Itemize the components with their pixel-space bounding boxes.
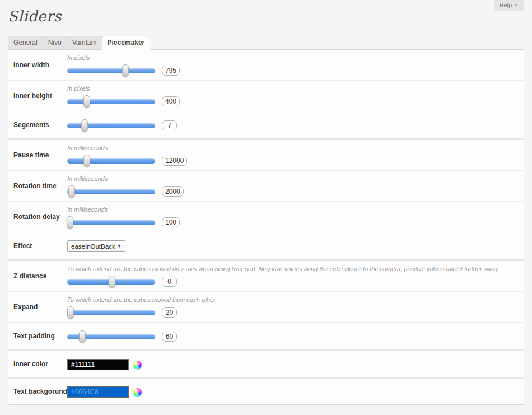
slider[interactable] xyxy=(67,276,155,288)
setting-label: Pause time xyxy=(8,140,67,170)
color-wheel-icon[interactable] xyxy=(133,388,142,397)
slider[interactable] xyxy=(67,95,155,108)
slider-handle[interactable] xyxy=(83,155,90,167)
slider-handle[interactable] xyxy=(67,216,73,229)
slider-value-input[interactable]: 60 xyxy=(162,332,177,342)
setting-description: In milliseconds xyxy=(67,144,517,151)
slider-value-input[interactable]: 7 xyxy=(162,120,177,130)
setting-row-inner-width: Inner width In pixels 795 xyxy=(8,50,524,80)
settings-panel: Inner width In pixels 795 Inner height I… xyxy=(8,49,524,405)
page: Sliders GeneralNivoVamtamPiecemaker Inne… xyxy=(0,0,532,415)
slider-handle[interactable] xyxy=(122,64,129,77)
chevron-down-icon: ▼ xyxy=(514,3,519,8)
setting-label: Inner width xyxy=(8,50,67,80)
slider-value-input[interactable]: 400 xyxy=(162,96,180,106)
slider-value-input[interactable]: 795 xyxy=(162,66,180,76)
setting-label: Rotation delay xyxy=(8,202,67,232)
setting-label: Z distance xyxy=(8,261,67,291)
setting-row-rotation-time: Rotation time In milliseconds 2000 xyxy=(8,170,524,201)
setting-row-expand: Expand To which extend are the cubes mov… xyxy=(8,291,524,322)
tab-general[interactable]: General xyxy=(8,36,43,49)
slider-value-input[interactable]: 12000 xyxy=(162,156,187,166)
setting-row-inner-color: Inner color xyxy=(8,349,524,377)
setting-description: In pixels xyxy=(67,85,517,92)
slider-value-input[interactable]: 100 xyxy=(162,217,180,227)
slider-handle[interactable] xyxy=(83,95,90,108)
setting-row-effect: Effect easeInOutBack ▼ xyxy=(8,232,524,259)
setting-row-rotation-delay: Rotation delay In milliseconds 100 xyxy=(8,201,524,232)
slider-handle[interactable] xyxy=(81,119,88,132)
slider-track[interactable] xyxy=(67,123,155,128)
setting-row-z-distance: Z distance To which extend are the cubes… xyxy=(8,259,524,291)
slider-handle[interactable] xyxy=(67,306,74,319)
setting-label: Inner color xyxy=(8,351,67,377)
tab-vamtam[interactable]: Vamtam xyxy=(67,36,102,49)
slider[interactable] xyxy=(67,185,155,198)
slider-track[interactable] xyxy=(67,68,155,73)
setting-label: Text padding xyxy=(8,323,67,349)
setting-description: In milliseconds xyxy=(67,175,517,182)
setting-label: Effect xyxy=(8,232,67,259)
setting-description: To which extend are the cubes moved from… xyxy=(67,296,517,303)
page-title: Sliders xyxy=(8,8,524,25)
slider-handle[interactable] xyxy=(79,330,86,343)
slider[interactable] xyxy=(67,216,155,229)
slider[interactable] xyxy=(67,155,155,167)
slider-track[interactable] xyxy=(67,310,155,315)
effect-select[interactable]: easeInOutBack ▼ xyxy=(67,240,125,252)
setting-label: Segements xyxy=(8,111,67,138)
setting-description: In milliseconds xyxy=(67,206,517,213)
tab-nivo[interactable]: Nivo xyxy=(43,36,67,49)
slider-track[interactable] xyxy=(67,189,155,194)
setting-row-text-padding: Text padding 60 xyxy=(8,322,524,349)
slider-value-input[interactable]: 0 xyxy=(162,277,177,287)
setting-description: In pixels xyxy=(67,54,517,61)
color-input[interactable] xyxy=(67,386,129,398)
slider[interactable] xyxy=(67,64,155,77)
color-input[interactable] xyxy=(67,359,129,370)
setting-label: Expand xyxy=(8,292,67,322)
help-button[interactable]: Help▼ xyxy=(494,0,524,11)
slider-handle[interactable] xyxy=(68,185,75,198)
setting-row-inner-height: Inner height In pixels 400 xyxy=(8,80,524,111)
tab-bar: GeneralNivoVamtamPiecemaker xyxy=(8,36,524,49)
help-label: Help xyxy=(499,2,512,8)
slider-track[interactable] xyxy=(67,220,155,225)
slider[interactable] xyxy=(67,330,155,343)
slider-handle[interactable] xyxy=(109,276,115,288)
setting-label: Inner height xyxy=(8,81,67,111)
setting-row-pause-time: Pause time In milliseconds 12000 xyxy=(8,138,524,170)
slider-track[interactable] xyxy=(67,158,155,164)
setting-row-text-backgorund: Text backgorund xyxy=(8,377,524,404)
slider-track[interactable] xyxy=(67,99,155,104)
slider-value-input[interactable]: 20 xyxy=(162,307,177,318)
setting-description: To which extend are the cubes moved on z… xyxy=(67,265,517,272)
tab-piecemaker[interactable]: Piecemaker xyxy=(102,36,151,50)
slider-value-input[interactable]: 2000 xyxy=(162,186,184,197)
slider[interactable] xyxy=(67,306,155,319)
effect-select-value: easeInOutBack xyxy=(71,243,115,250)
setting-label: Rotation time xyxy=(8,171,67,201)
setting-row-segements: Segements 7 xyxy=(8,111,524,138)
chevron-down-icon: ▼ xyxy=(117,244,122,249)
color-wheel-icon[interactable] xyxy=(133,361,142,369)
setting-label: Text backgorund xyxy=(8,379,67,404)
slider[interactable] xyxy=(67,119,155,132)
